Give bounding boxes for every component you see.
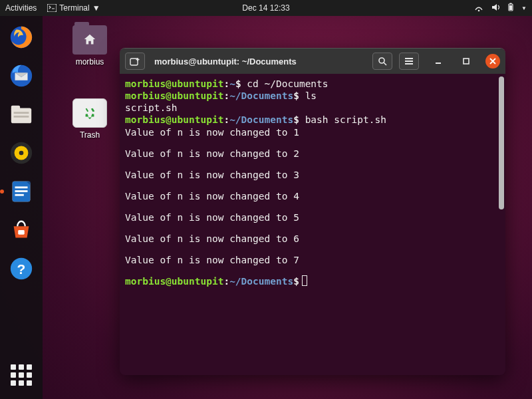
svg-rect-18 xyxy=(15,194,24,196)
terminal-line: script.sh xyxy=(125,102,500,114)
search-button[interactable] xyxy=(372,53,392,70)
app-menu[interactable]: Terminal ▼ xyxy=(43,2,104,14)
dock: ? xyxy=(0,16,43,399)
terminal-line: Value of n is now changed to 2 xyxy=(125,148,500,160)
chevron-down-icon: ▼ xyxy=(92,3,100,13)
svg-rect-0 xyxy=(47,4,57,12)
terminal-line: Value of n is now changed to 4 xyxy=(125,190,500,202)
terminal-icon xyxy=(47,4,57,12)
maximize-icon xyxy=(462,57,470,65)
dock-thunderbird-icon[interactable] xyxy=(7,61,36,90)
maximize-button[interactable] xyxy=(458,53,475,70)
svg-rect-17 xyxy=(15,190,28,192)
svg-rect-16 xyxy=(15,186,28,188)
terminal-line: Value of n is now changed to 6 xyxy=(125,233,500,245)
minimize-icon xyxy=(434,57,442,65)
terminal-body[interactable]: morbius@ubuntupit:~$ cd ~/Documents morb… xyxy=(120,74,505,375)
dock-firefox-icon[interactable] xyxy=(7,23,36,52)
terminal-prompt[interactable]: morbius@ubuntupit:~/Documents$ xyxy=(125,275,500,287)
terminal-window: morbius@ubuntupit: ~/Documents morbius@u… xyxy=(120,48,505,375)
dock-rhythmbox-icon[interactable] xyxy=(7,138,36,168)
hamburger-icon xyxy=(404,57,414,65)
system-menu-chevron-icon[interactable]: ▼ xyxy=(521,5,527,11)
svg-point-23 xyxy=(379,58,384,63)
desktop-icon-label: Trash xyxy=(66,130,113,140)
scrollbar[interactable] xyxy=(499,76,504,209)
clock[interactable]: Dec 14 12:33 xyxy=(242,3,289,13)
svg-rect-3 xyxy=(510,3,512,4)
dock-libreoffice-writer-icon[interactable] xyxy=(7,177,36,206)
svg-point-13 xyxy=(19,151,24,156)
top-bar: Activities Terminal ▼ Dec 14 12:33 ▼ xyxy=(0,0,532,16)
svg-point-1 xyxy=(478,9,480,11)
volume-icon[interactable] xyxy=(491,3,500,14)
svg-rect-24 xyxy=(464,59,469,64)
close-button[interactable] xyxy=(485,54,500,68)
battery-icon[interactable] xyxy=(507,3,515,14)
minimize-button[interactable] xyxy=(430,53,447,70)
terminal-line: morbius@ubuntupit:~$ cd ~/Documents xyxy=(125,78,500,90)
hamburger-menu-button[interactable] xyxy=(399,53,419,70)
recycle-icon xyxy=(82,106,97,120)
svg-text:?: ? xyxy=(17,261,26,277)
terminal-line: morbius@ubuntupit:~/Documents$ ls xyxy=(125,90,500,102)
app-menu-label: Terminal xyxy=(59,3,89,13)
terminal-line: Value of n is now changed to 7 xyxy=(125,254,500,266)
svg-rect-10 xyxy=(14,116,29,118)
terminal-line: Value of n is now changed to 1 xyxy=(125,126,500,138)
home-icon xyxy=(82,33,97,47)
search-icon xyxy=(378,57,387,66)
svg-rect-8 xyxy=(11,106,20,111)
dock-files-icon[interactable] xyxy=(7,100,36,129)
network-icon[interactable] xyxy=(473,3,484,14)
window-title: morbius@ubuntupit: ~/Documents xyxy=(149,57,366,66)
dock-show-applications-icon[interactable] xyxy=(7,360,36,390)
terminal-line: morbius@ubuntupit:~/Documents$ bash scri… xyxy=(125,114,500,126)
dock-help-icon[interactable]: ? xyxy=(7,254,36,283)
desktop-icon-label: morbius xyxy=(66,57,113,66)
terminal-line: Value of n is now changed to 5 xyxy=(125,211,500,223)
titlebar[interactable]: morbius@ubuntupit: ~/Documents xyxy=(120,49,505,74)
desktop-trash[interactable]: Trash xyxy=(66,98,113,140)
new-tab-icon xyxy=(130,57,140,66)
new-tab-button[interactable] xyxy=(125,53,145,70)
close-icon xyxy=(485,54,500,68)
dock-software-icon[interactable] xyxy=(7,215,36,245)
desktop-home-folder[interactable]: morbius xyxy=(66,25,113,66)
cursor xyxy=(302,275,307,286)
activities-button[interactable]: Activities xyxy=(5,3,37,13)
terminal-line: Value of n is now changed to 3 xyxy=(125,169,500,181)
svg-rect-19 xyxy=(18,230,25,235)
svg-rect-9 xyxy=(14,112,29,114)
svg-rect-4 xyxy=(509,5,512,10)
